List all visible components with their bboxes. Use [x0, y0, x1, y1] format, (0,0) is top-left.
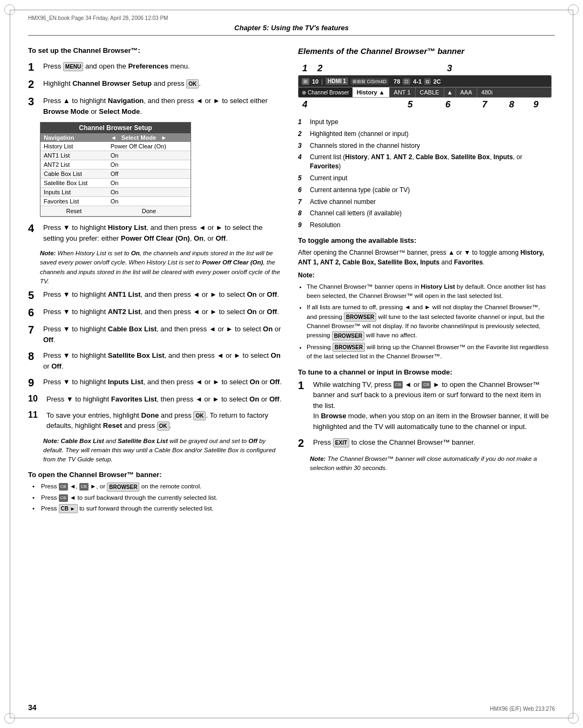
step-2-num: 2: [28, 78, 40, 90]
elem-5-num: 5: [298, 174, 307, 183]
bullet-item-2: • Press CB ◄ to surf backward through th…: [32, 493, 282, 502]
setup-table: Navigation ◄ Select Mode ► History List …: [40, 133, 191, 216]
step-2: 2 Highlight Channel Browser Setup and pr…: [28, 78, 282, 90]
file-info: HMX96_EN.book Page 34 Friday, April 28, …: [28, 15, 168, 21]
banner-41: 4-1: [413, 78, 422, 85]
bullet-item-3: • Press CB ► to surf forward through the…: [32, 504, 282, 513]
channel-browser-setup-table: Channel Browser Setup Navigation ◄ Selec…: [40, 122, 191, 217]
cb-label: ⊕ Channel Browser: [299, 87, 352, 97]
step-10-content: Press ▼ to highlight Favorites List, the…: [46, 394, 282, 405]
note-label: Note:: [298, 271, 552, 279]
table-row: Inputs List On: [40, 188, 191, 197]
col-select: ◄ Select Mode ►: [107, 133, 191, 142]
step-11-content: To save your entries, highlight Done and…: [46, 410, 282, 431]
tab-up: ▲: [444, 87, 456, 97]
cb-icon-tune-2: CB: [422, 381, 431, 389]
col-nav: Navigation: [40, 133, 107, 142]
step-4: 4 Press ▼ to highlight History List, and…: [28, 222, 282, 243]
step-3: 3 Press ▲ to highlight Navigation, and t…: [28, 96, 282, 117]
label-1: 1: [302, 63, 317, 74]
elem-8-text: Channel call letters (if available): [310, 209, 402, 218]
step-4-content: Press ▼ to highlight History List, and t…: [43, 222, 282, 243]
val-history: Power Off Clear (On): [107, 142, 191, 151]
step-11-num: 11: [28, 410, 43, 420]
row-sat: Satellite Box List: [40, 179, 107, 188]
elem-1-text: Input type: [310, 118, 338, 127]
ok-key-2: OK: [193, 411, 206, 420]
row-cable: Cable Box List: [40, 169, 107, 179]
toggle-text: After opening the Channel Browser™ banne…: [298, 248, 552, 267]
step-6-content: Press ▼ to highlight ANT2 List, and then…: [43, 307, 282, 317]
step-4-num: 4: [28, 222, 40, 234]
row-inputs: Inputs List: [40, 188, 107, 197]
elem-8: 8 Channel call letters (if available): [298, 209, 552, 218]
label-5: 5: [408, 99, 445, 110]
open-banner-title: To open the Channel Browser™ banner:: [28, 471, 282, 479]
step-7: 7 Press ▼ to highlight Cable Box List, a…: [28, 324, 282, 345]
browser-key-3: BROWSER: [332, 331, 364, 341]
elem-7-text: Active channel number: [310, 198, 376, 207]
chapter-header: Chapter 5: Using the TV's features: [234, 24, 349, 32]
banner-diagram: 1 2 3 ⊞ 10 | HDMI 1 ⊞⊞⊞ CiSrm4D 78 ⊡ 4-1…: [298, 63, 552, 110]
tune-step-1: 1 While watching TV, press CB ◄ or CB ► …: [298, 379, 552, 432]
elem-1: 1 Input type: [298, 118, 552, 127]
elem-6: 6 Current antenna type (cable or TV): [298, 186, 552, 195]
left-column: To set up the Channel Browser™: 1 Press …: [28, 46, 282, 515]
step-10: 10 Press ▼ to highlight Favorites List, …: [28, 394, 282, 405]
product-info: HMX96 (E/F) Web 213:276: [490, 706, 555, 712]
label-8: 8: [509, 99, 533, 110]
banner-icon-box: ⊡: [403, 78, 410, 85]
elem-9-num: 9: [298, 221, 307, 230]
setup-title: To set up the Channel Browser™:: [28, 46, 140, 55]
step-8-content: Press ▼ to highlight Satellite Box List,…: [43, 350, 282, 371]
exit-key: EXIT: [333, 438, 349, 447]
banner-tv-icon: ⊞: [302, 78, 309, 85]
note-bullet-2: If all lists are turned to off, pressing…: [307, 303, 552, 340]
corner-mark-tr: [568, 4, 579, 15]
note-1: Note: When History List is set to On, th…: [40, 249, 282, 286]
elements-title: Elements of the Channel Browser™ banner: [298, 46, 552, 56]
row-ant2: ANT2 List: [40, 160, 107, 169]
bullet-1: •: [32, 482, 38, 491]
step-9-content: Press ▼ to highlight Inputs List, and th…: [43, 377, 282, 387]
bullet-1-text: Press CB ◄, CB ►, or BROWSER on the remo…: [41, 482, 202, 491]
cb-icon-banner: ⊕: [302, 90, 306, 96]
tune-step-2-content: Press EXIT to close the Channel Browser™…: [313, 437, 552, 448]
elem-4-num: 4: [298, 153, 307, 162]
done-btn-cell: Done: [107, 206, 191, 216]
ok-key: OK: [186, 79, 199, 89]
step-1: 1 Press MENU and open the Preferences me…: [28, 61, 282, 73]
bullet-item-1: • Press CB ◄, CB ►, or BROWSER on the re…: [32, 482, 282, 491]
elem-8-num: 8: [298, 209, 307, 218]
val-fav: On: [107, 197, 191, 206]
note-3: Note: The Channel Browser™ banner will c…: [310, 454, 552, 473]
bullet-2-text: Press CB ◄ to surf backward through the …: [41, 493, 218, 502]
banner-hdmi: HDMI 1: [326, 78, 348, 85]
val-ant2: On: [107, 160, 191, 169]
tune-step-1-content: While watching TV, press CB ◄ or CB ► to…: [313, 379, 552, 432]
label-9: 9: [533, 99, 538, 110]
page-number: 34: [28, 703, 37, 712]
table-row: ANT1 List On: [40, 151, 191, 160]
val-ant1: On: [107, 151, 191, 160]
label-4: 4: [302, 99, 408, 110]
banner-ci: ⊞⊞⊞ CiSrm4D: [351, 78, 388, 85]
step-9-num: 9: [28, 377, 40, 389]
elem-6-text: Current antenna type (cable or TV): [310, 186, 410, 195]
label-7: 7: [482, 99, 509, 110]
browser-key: BROWSER: [107, 482, 139, 492]
note-2: Note: Cable Box List and Satellite Box L…: [43, 437, 282, 465]
step-7-content: Press ▼ to highlight Cable Box List, and…: [43, 324, 282, 345]
step-6-num: 6: [28, 307, 40, 318]
elem-6-num: 6: [298, 186, 307, 195]
ok-key-3: OK: [157, 421, 170, 431]
elem-3-num: 3: [298, 141, 307, 151]
elem-4: 4 Current list (History, ANT 1, ANT 2, C…: [298, 153, 552, 171]
open-banner-bullets: • Press CB ◄, CB ►, or BROWSER on the re…: [32, 482, 282, 513]
banner-icon2: ◘: [424, 78, 430, 85]
tab-480i: 480i: [477, 87, 497, 97]
note-bullet-1: The Channel Browser™ banner opens in His…: [307, 282, 552, 301]
elem-9-text: Resolution: [310, 221, 341, 230]
banner-ch-78: 78: [394, 78, 400, 85]
table-row-buttons: Reset Done: [40, 206, 191, 216]
